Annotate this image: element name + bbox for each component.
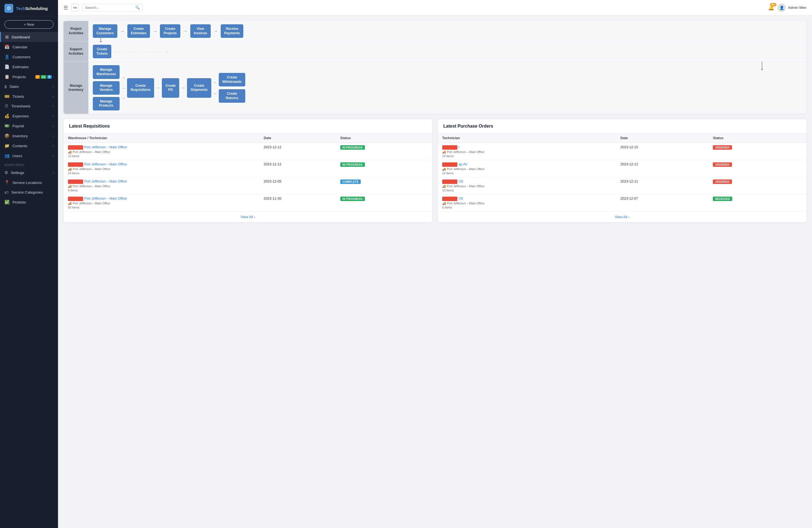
req-link[interactable]: Port Jefferson – Main Office: [84, 162, 127, 166]
sidebar-item-calendar[interactable]: 📅 Calendar: [0, 42, 58, 52]
notification-button[interactable]: 🔔 99+: [768, 5, 774, 11]
manage-products-node[interactable]: ManageProducts: [93, 97, 120, 111]
header: ☰ ⇔ 🔍 🔔 99+ 👤 Admin Wen: [58, 0, 812, 15]
req-location: 🚚Port Jefferson – Main Office: [68, 202, 255, 205]
purchase-orders-view-all[interactable]: View All ›: [438, 211, 807, 222]
po-link[interactable]: l: [459, 145, 459, 149]
sidebar-item-estimates[interactable]: 📄 Estimates: [0, 62, 58, 72]
col-status: Status: [336, 133, 432, 143]
table-row: Port Jefferson – Main Office 🚚Port Jeffe…: [63, 160, 432, 177]
po-link[interactable]: VS: [459, 196, 463, 201]
badge-green: 11: [41, 75, 46, 79]
logo-icon: ⚙: [4, 4, 13, 13]
po-link[interactable]: VS: [459, 179, 463, 184]
create-tickets-node[interactable]: CreateTickets: [93, 45, 111, 58]
search-input[interactable]: [85, 5, 135, 10]
badge-blue: 8: [47, 75, 52, 79]
inventory-left-nodes: ManageWarehouses ManageVendors ManagePro…: [93, 65, 120, 111]
sidebar-item-customers[interactable]: 👤 Customers: [0, 52, 58, 62]
sidebar-item-expenses[interactable]: 💰 Expenses ‹: [0, 111, 58, 121]
create-projects-node[interactable]: CreateProjects: [160, 24, 180, 38]
manage-warehouses-node[interactable]: ManageWarehouses: [93, 65, 120, 79]
req-date-cell: 2023-11-30: [259, 194, 336, 211]
req-items: 13 items: [68, 155, 255, 158]
view-invoices-node[interactable]: ViewInvoices: [190, 24, 211, 38]
users-icon: 👥: [4, 153, 10, 158]
user-tag: [442, 196, 458, 201]
admin-name: Admin Wen: [788, 5, 807, 10]
status-badge: IN PROGRESS: [340, 162, 365, 167]
sidebar-item-users[interactable]: 👥 Users ‹: [0, 151, 58, 161]
create-estimates-node[interactable]: CreateEstimates: [127, 24, 150, 38]
sidebar-item-contents[interactable]: 📁 Contents ‹: [0, 141, 58, 151]
create-withdrawals-node[interactable]: CreateWithdrawals: [219, 73, 246, 86]
req-date-cell: 2023-12-05: [259, 177, 336, 194]
service-locations-icon: 📍: [4, 180, 10, 185]
arrow-po-ship: →: [181, 85, 185, 90]
sidebar-item-label: Sales: [10, 85, 53, 89]
req-technician-cell: Port Jefferson – Main Office 🚚Port Jeffe…: [63, 143, 259, 160]
sidebar-item-projects[interactable]: 📋 Projects 7 11 8 ‹: [0, 72, 58, 82]
manage-customers-node[interactable]: ManageCustomers: [93, 24, 117, 38]
po-location: 🚚Port Jefferson – Main Office: [442, 167, 611, 171]
expenses-icon: 💰: [4, 114, 10, 118]
table-row: Port Jefferson – Main Office 🚚Port Jeffe…: [63, 194, 432, 211]
req-link[interactable]: Port Jefferson – Main Office: [84, 179, 127, 184]
expand-icon[interactable]: ⇔: [71, 4, 79, 11]
users-arrow: ‹: [53, 155, 54, 157]
arrow3: →: [183, 29, 188, 34]
flow-diagram: ProjectActivities ManageCustomers → Crea…: [63, 21, 807, 114]
manage-inventory-row: ManageInventory ManageWarehouses ManageV…: [63, 62, 807, 114]
po-link[interactable]: ap AV: [459, 162, 467, 166]
req-status-cell: IN PROGRESS: [336, 143, 432, 160]
create-shipments-node[interactable]: CreateShipments: [187, 78, 211, 98]
status-badge: COMPLETE: [340, 179, 361, 184]
table-row: VS 🚚Port Jefferson – Main Office 13 item…: [438, 177, 807, 194]
new-button[interactable]: + New: [4, 20, 54, 29]
sidebar-item-sales[interactable]: $ Sales ‹: [0, 82, 58, 91]
req-link[interactable]: Port Jefferson – Main Office: [84, 196, 127, 201]
po-items: 14 items: [442, 155, 611, 158]
hamburger-icon[interactable]: ☰: [63, 5, 68, 11]
sidebar-item-inventory[interactable]: 📦 Inventory ‹: [0, 131, 58, 141]
project-activities-content: ManageCustomers → CreateEstimates → Crea…: [88, 21, 807, 41]
tables-section: Latest Requisitions Warehouse / Technici…: [63, 119, 807, 222]
sidebar-item-dashboard[interactable]: ⊞ Dashboard: [0, 32, 58, 42]
req-items: 50 items: [68, 206, 255, 209]
sidebar-item-label: Projects: [12, 75, 35, 79]
requisitions-view-all[interactable]: View All ›: [63, 211, 432, 222]
table-row: ap AV 🚚Port Jefferson – Main Office 12 i…: [438, 160, 807, 177]
create-requisitions-node[interactable]: CreateRequisitions: [127, 78, 154, 98]
req-location: 🚚Port Jefferson – Main Office: [68, 167, 255, 171]
sidebar-item-picklists[interactable]: ✅ Picklists: [0, 197, 58, 207]
po-location: 🚚Port Jefferson – Main Office: [442, 185, 611, 188]
sidebar-item-service-locations[interactable]: 📍 Service Locations: [0, 178, 58, 188]
user-tag: [68, 179, 83, 184]
create-returns-node[interactable]: CreateReturns: [219, 89, 246, 103]
receive-payments-node[interactable]: ReceivePayments: [221, 24, 244, 38]
po-status-cell: RECEIVED: [708, 194, 807, 211]
sidebar-item-payroll[interactable]: 💵 Payroll ‹: [0, 121, 58, 131]
manage-vendors-node[interactable]: ManageVendors: [93, 81, 120, 95]
user-tag: [442, 145, 458, 150]
po-date-cell: 2023-12-11: [616, 177, 708, 194]
sidebar-item-settings[interactable]: ⚙ Settings ‹: [0, 167, 58, 178]
settings-icon: ⚙: [4, 170, 8, 175]
req-link[interactable]: Port Jefferson – Main Office: [84, 145, 127, 149]
tickets-arrow: ‹: [53, 95, 54, 98]
sidebar-item-label: Timesheets: [11, 104, 53, 108]
sidebar-item-timesheets[interactable]: ⏱ Timesheets ‹: [0, 101, 58, 111]
sidebar-item-label: Calendar: [12, 45, 54, 49]
sidebar-item-label: Service Locations: [12, 180, 54, 185]
table-row: l 🚚Port Jefferson – Main Office 14 items…: [438, 143, 807, 160]
sidebar-item-tickets[interactable]: 🎫 Tickets ‹: [0, 91, 58, 101]
sidebar-item-label: Settings: [11, 171, 53, 175]
manage-inventory-content: ManageWarehouses ManageVendors ManagePro…: [88, 62, 807, 114]
create-po-node[interactable]: CreatePO: [162, 78, 179, 98]
po-date-cell: 2023-12-15: [616, 143, 708, 160]
col-date: Date: [259, 133, 336, 143]
sidebar-item-service-categories[interactable]: 🏷 Service Categories: [0, 188, 58, 197]
req-technician-cell: Port Jefferson – Main Office 🚚Port Jeffe…: [63, 177, 259, 194]
payroll-arrow: ‹: [53, 124, 54, 128]
req-items: 6 items: [68, 189, 255, 192]
